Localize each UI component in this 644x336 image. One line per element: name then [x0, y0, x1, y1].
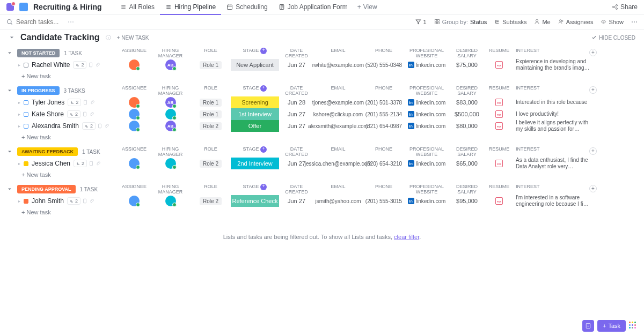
cell-email[interactable]: kshore@clickup.com	[314, 111, 362, 117]
cell-resume[interactable]	[486, 61, 513, 69]
add-column-button[interactable]: +	[589, 86, 597, 94]
hiring-manager-avatar[interactable]: AB	[165, 121, 176, 131]
cell-stage[interactable]: Reference Check	[231, 195, 279, 207]
subtask-count-badge[interactable]: 2	[67, 110, 80, 118]
pdf-icon[interactable]	[495, 99, 503, 106]
new-task-row[interactable]: + New task	[16, 169, 644, 180]
expand-arrow-icon[interactable]: ▸	[18, 161, 20, 166]
more-icon[interactable]: ⋯	[68, 18, 74, 26]
cell-hiring-manager[interactable]: AB	[150, 59, 191, 70]
task-name[interactable]: Rachel White	[32, 61, 70, 69]
subtask-count-badge[interactable]: 2	[67, 197, 80, 205]
col-date-created[interactable]: DATE CREATED	[279, 184, 314, 195]
stage-plus-icon[interactable]	[260, 85, 267, 92]
status-pill[interactable]: PENDING APPROVAL	[17, 185, 76, 193]
new-task-link[interactable]: + New task	[117, 35, 149, 41]
cell-salary[interactable]: $95,000	[448, 198, 486, 204]
doc-icon[interactable]	[82, 198, 87, 204]
attachment-icon[interactable]	[90, 100, 95, 105]
cell-resume[interactable]	[486, 122, 513, 130]
col-role[interactable]: ROLE	[191, 146, 231, 157]
cell-role[interactable]: Role 2	[191, 160, 231, 168]
task-row[interactable]: ▸ Jessica Chen 2 Role 2 2nd Interview Ju…	[16, 158, 644, 169]
cell-role[interactable]: Role 2	[191, 197, 231, 205]
expand-arrow-icon[interactable]: ▸	[18, 199, 20, 204]
col-date-created[interactable]: DATE CREATED	[279, 48, 314, 58]
cell-website[interactable]: inlinkedin.com	[405, 160, 448, 167]
col-date-created[interactable]: DATE CREATED	[279, 85, 314, 96]
cell-assignee[interactable]	[118, 59, 150, 70]
folder-icon[interactable]	[19, 3, 28, 11]
cell-date[interactable]: Jun 27	[279, 62, 314, 68]
group-collapse-icon[interactable]	[6, 87, 13, 94]
task-row[interactable]: ▸ Rachel White 2 AB Role 1 New Applicant…	[16, 59, 644, 71]
notepad-button[interactable]	[582, 320, 594, 332]
cell-email[interactable]: jessica.chen@example.com	[314, 161, 362, 167]
col-email[interactable]: EMAIL	[314, 146, 362, 157]
group-collapse-icon[interactable]	[6, 148, 13, 155]
col-assignee[interactable]: ASSIGNEE	[118, 146, 150, 157]
attachment-icon[interactable]	[104, 123, 109, 129]
pdf-icon[interactable]	[495, 197, 503, 205]
group-collapse-icon[interactable]	[6, 50, 13, 56]
cell-website[interactable]: inlinkedin.com	[405, 198, 448, 204]
cell-stage[interactable]: Offer	[231, 120, 279, 132]
attachment-icon[interactable]	[96, 161, 101, 166]
cell-role[interactable]: Role 2	[191, 122, 231, 130]
new-task-row[interactable]: + New task	[16, 207, 644, 218]
cell-hiring-manager[interactable]	[150, 158, 191, 169]
col-hiring-manager[interactable]: HIRING MANAGER	[150, 146, 191, 157]
cell-resume[interactable]	[486, 160, 513, 167]
tab-scheduling[interactable]: Scheduling	[221, 0, 273, 14]
hiring-manager-avatar[interactable]: AB	[165, 97, 176, 108]
cell-salary[interactable]: $75,000	[448, 62, 486, 68]
cell-phone[interactable]: (201) 555-3015	[362, 198, 405, 204]
assignee-avatar[interactable]	[129, 121, 140, 131]
assignee-avatar[interactable]	[129, 109, 140, 120]
cell-hiring-manager[interactable]	[150, 109, 191, 120]
task-name[interactable]: Jessica Chen	[32, 160, 70, 167]
col-hiring-manager[interactable]: HIRING MANAGER	[150, 48, 191, 58]
cell-phone[interactable]: (201) 501-3378	[362, 100, 405, 106]
stage-plus-icon[interactable]	[260, 48, 267, 54]
expand-arrow-icon[interactable]: ▸	[18, 100, 20, 105]
col-interest[interactable]: INTEREST	[513, 146, 590, 157]
expand-arrow-icon[interactable]: ▸	[18, 112, 20, 117]
assignees-button[interactable]: Assignees	[558, 19, 594, 25]
col-stage[interactable]: STAGE	[231, 85, 279, 96]
status-dot-icon[interactable]	[24, 124, 28, 129]
show-button[interactable]: Show	[601, 19, 624, 25]
app-logo-icon[interactable]	[6, 3, 14, 11]
col-email[interactable]: EMAIL	[314, 85, 362, 96]
me-button[interactable]: Me	[534, 19, 550, 25]
attachment-icon[interactable]	[89, 198, 94, 204]
cell-assignee[interactable]	[118, 196, 150, 206]
cell-role[interactable]: Role 1	[191, 61, 231, 69]
col-professional-website[interactable]: PROFESIONAL WEBSITE	[405, 184, 448, 195]
cell-interest[interactable]: As a data enthusiast, I find the Data An…	[513, 157, 590, 170]
col-interest[interactable]: INTEREST	[513, 184, 590, 195]
stage-plus-icon[interactable]	[260, 184, 267, 190]
pdf-icon[interactable]	[495, 61, 503, 69]
list-title[interactable]: Recruiting & Hiring	[33, 3, 102, 11]
col-email[interactable]: EMAIL	[314, 48, 362, 58]
col-stage[interactable]: STAGE	[231, 146, 279, 157]
clear-filter-link[interactable]: clear filter	[394, 234, 419, 240]
task-row[interactable]: ▸ Kate Shore 2 Role 1 1st Interview Jun …	[16, 108, 644, 120]
col-professional-website[interactable]: PROFESIONAL WEBSITE	[405, 85, 448, 96]
col-hiring-manager[interactable]: HIRING MANAGER	[150, 85, 191, 96]
cell-assignee[interactable]	[118, 158, 150, 169]
hiring-manager-avatar[interactable]	[165, 196, 176, 206]
cell-salary[interactable]: $83,000	[448, 99, 486, 106]
subtask-count-badge[interactable]: 2	[82, 122, 96, 130]
cell-interest[interactable]: Interested in this role because	[513, 99, 590, 106]
doc-icon[interactable]	[97, 123, 103, 129]
cell-salary[interactable]: $80,000	[448, 123, 486, 129]
new-task-row[interactable]: + New task	[16, 71, 644, 81]
cell-hiring-manager[interactable]	[150, 196, 191, 206]
subtasks-button[interactable]: Subtasks	[494, 19, 526, 25]
doc-icon[interactable]	[83, 100, 88, 105]
col-phone[interactable]: PHONE	[362, 48, 405, 58]
task-name[interactable]: Kate Shore	[32, 110, 64, 118]
task-row[interactable]: ▸ Alexandra Smith 2 AB Role 2 Offer Jun …	[16, 120, 644, 132]
